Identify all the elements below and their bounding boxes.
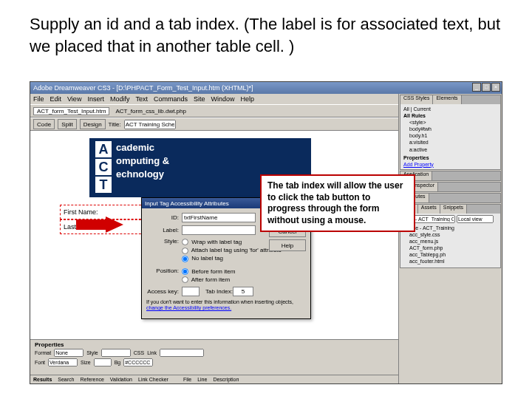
css-rule[interactable]: a:visited [403, 139, 497, 146]
position-opt-1[interactable]: Before form item [182, 267, 235, 276]
font-select[interactable] [48, 358, 78, 366]
label-input[interactable] [182, 225, 256, 235]
position-opt-2[interactable]: After form item [182, 276, 235, 284]
callout-box: The tab index will allow the user to cli… [260, 174, 415, 232]
prefs-link[interactable]: change the Accessibility preferences. [146, 305, 231, 310]
file-tree: Site - ACT_Training acc_style.css acc_me… [403, 223, 497, 267]
doc-tab-1[interactable]: ACT_form_Test_Input.htm [33, 107, 109, 115]
logo-letter-t: T [95, 177, 112, 193]
add-property-link[interactable]: Add Property [403, 161, 497, 168]
assets-tab[interactable]: Assets [418, 205, 440, 214]
menu-view[interactable]: View [67, 95, 81, 103]
css-rule[interactable]: <style> [403, 119, 497, 126]
properties-title: Properties [32, 341, 397, 348]
format-select[interactable] [54, 349, 83, 357]
titlebar: Adobe Dreamweaver CS3 - [D:\PHPACT_Form_… [30, 82, 502, 94]
css-current[interactable]: Current [414, 106, 431, 112]
style-label: Style: [146, 238, 182, 245]
size-label: Size [81, 360, 91, 365]
css-rule[interactable]: body#twh [403, 126, 497, 132]
right-panels: CSS Styles Elements All | Current All Ru… [398, 94, 502, 383]
font-label: Font [35, 360, 45, 365]
page-heading: Supply an id and a tab index. (The label… [30, 13, 502, 57]
minimize-button[interactable]: _ [472, 83, 481, 92]
id-input[interactable] [182, 213, 256, 222]
position-label: Position: [146, 267, 182, 274]
close-button[interactable]: × [491, 83, 500, 92]
tree-site[interactable]: Site - ACT_Training [405, 225, 496, 231]
style-opt-1[interactable]: Wrap with label tag [182, 238, 282, 246]
properties-panel: Properties Format Style CSS Link Font Si… [30, 339, 398, 375]
maximize-button[interactable]: □ [482, 83, 491, 92]
menu-text[interactable]: Text [135, 95, 148, 103]
css-label: CSS [134, 350, 144, 355]
results-tab-reference[interactable]: Reference [80, 377, 103, 382]
dialog-hint: If you don't want to enter this informat… [146, 299, 306, 312]
tree-file[interactable]: ACT_form.php [405, 245, 496, 251]
accesskey-label: Access key: [146, 288, 182, 295]
col-line: Line [197, 377, 207, 382]
titlebar-text: Adobe Dreamweaver CS3 - [D:\PHPACT_Form_… [33, 84, 253, 92]
css-rule[interactable]: a:active [403, 146, 497, 153]
results-tab-validation[interactable]: Validation [110, 377, 132, 382]
style-label: Style [86, 350, 98, 355]
design-view-button[interactable]: Design [80, 119, 106, 129]
tree-file[interactable]: acc_Tablepg.ph [405, 251, 496, 258]
app-window: Adobe Dreamweaver CS3 - [D:\PHPACT_Form_… [30, 81, 502, 384]
title-label: Title: [109, 121, 121, 128]
bg-input[interactable] [123, 358, 153, 366]
menu-file[interactable]: File [33, 95, 44, 103]
menu-window[interactable]: Window [211, 95, 234, 103]
css-rule[interactable]: body.h1 [403, 132, 497, 139]
all-rules-label: All Rules [403, 112, 497, 119]
menu-insert[interactable]: Insert [87, 95, 104, 103]
results-tab-linkchk[interactable]: Link Checker [138, 377, 168, 382]
help-button[interactable]: Help [269, 239, 306, 251]
css-all[interactable]: All [403, 106, 409, 112]
results-panel: Results Search Reference Validation Link… [30, 375, 398, 383]
style-opt-2[interactable]: Attach label tag using 'for' attribute [182, 246, 282, 254]
split-view-button[interactable]: Split [58, 119, 77, 129]
results-tab-search[interactable]: Search [58, 377, 74, 382]
elements-tab[interactable]: Elements [433, 95, 461, 104]
format-label: Format [35, 350, 51, 355]
properties-section: Properties [403, 154, 497, 161]
size-input[interactable] [94, 358, 112, 366]
tabindex-label: Tab Index: [205, 288, 233, 295]
col-desc: Description [213, 377, 239, 382]
doc-tab-2[interactable]: ACT_form_css_lib.dwt.php [112, 108, 189, 115]
bg-label: Bg [115, 360, 121, 365]
svg-marker-0 [76, 216, 123, 233]
logo-letter-c: C [95, 159, 112, 175]
menu-edit[interactable]: Edit [50, 95, 62, 103]
tabindex-input[interactable] [233, 287, 253, 296]
tree-file[interactable]: acc_style.css [405, 231, 496, 238]
arrow-icon [76, 216, 123, 233]
logo-word-1: cademic [116, 141, 169, 154]
style-opt-3[interactable]: No label tag [182, 254, 282, 262]
link-input[interactable] [160, 349, 204, 357]
menu-commands[interactable]: Commands [154, 95, 188, 103]
logo-letter-a: A [95, 141, 112, 157]
tree-file[interactable]: acc_menu.js [405, 238, 496, 245]
css-tab[interactable]: CSS Styles [400, 95, 433, 104]
css-panel: CSS Styles Elements All | Current All Ru… [400, 95, 501, 170]
menu-modify[interactable]: Modify [110, 95, 130, 103]
menu-site[interactable]: Site [194, 95, 205, 103]
view-select[interactable] [457, 215, 494, 223]
design-area: A C T cademic omputing & echnology First… [30, 131, 398, 339]
menu-help[interactable]: Help [240, 95, 254, 103]
id-label: ID: [146, 214, 182, 221]
tree-file[interactable]: acc_footer.html [405, 258, 496, 265]
style-select[interactable] [101, 349, 131, 357]
results-title: Results [33, 377, 52, 382]
logo-word-3: echnology [116, 168, 169, 181]
link-label: Link [147, 350, 157, 355]
title-input[interactable] [124, 120, 176, 129]
label-label: Label: [146, 227, 182, 233]
snippets-tab[interactable]: Snippets [440, 205, 467, 214]
logo-word-2: omputing & [116, 154, 169, 168]
code-view-button[interactable]: Code [33, 119, 55, 129]
accesskey-input[interactable] [182, 287, 200, 296]
col-file: File [183, 377, 191, 382]
